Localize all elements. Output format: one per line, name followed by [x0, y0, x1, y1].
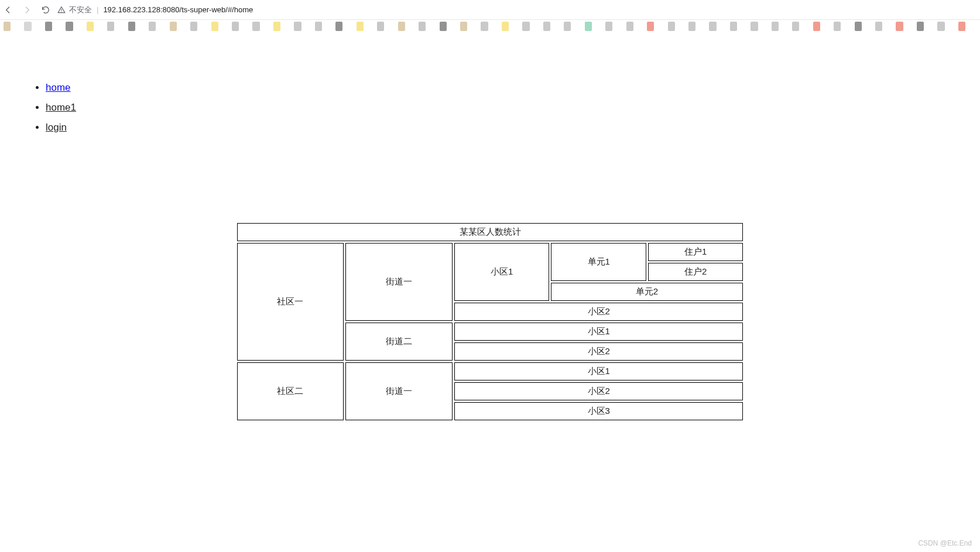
bookmark-tile[interactable]	[564, 22, 571, 31]
back-icon[interactable]	[4, 5, 13, 15]
nav-link-item: home1	[46, 102, 980, 114]
bookmark-tile[interactable]	[398, 22, 405, 31]
bookmark-tile[interactable]	[232, 22, 239, 31]
bookmark-tile[interactable]	[585, 22, 592, 31]
separator: |	[97, 5, 98, 14]
bookmark-tile[interactable]	[626, 22, 633, 31]
address-bar[interactable]: 不安全 | 192.168.223.128:8080/ts-super-web/…	[57, 5, 253, 15]
bookmark-tile[interactable]	[66, 22, 73, 31]
bookmark-tile[interactable]	[855, 22, 862, 31]
bookmark-tile[interactable]	[937, 22, 944, 31]
bookmark-tile[interactable]	[896, 22, 903, 31]
bookmark-tile[interactable]	[335, 22, 342, 31]
bookmark-tile[interactable]	[668, 22, 675, 31]
bookmark-tile[interactable]	[170, 22, 177, 31]
security-status: 不安全	[57, 5, 92, 15]
cell-community2: 社区二	[237, 362, 344, 420]
cell-unit1: 单元1	[551, 243, 647, 281]
bookmark-tile[interactable]	[709, 22, 716, 31]
bookmark-tile[interactable]	[751, 22, 758, 31]
reload-icon[interactable]	[41, 5, 50, 15]
bookmark-tile[interactable]	[377, 22, 384, 31]
bookmark-tile[interactable]	[419, 22, 426, 31]
bookmark-tile[interactable]	[772, 22, 779, 31]
table-title: 某某区人数统计	[237, 223, 743, 241]
bookmark-tile[interactable]	[87, 22, 94, 31]
cell-street1: 街道一	[345, 243, 453, 321]
bookmark-tile[interactable]	[730, 22, 737, 31]
stats-table: 某某区人数统计 社区一 街道一 小区1 单元1 住户1 住户2 单元2 小区2 …	[235, 221, 745, 422]
nav-icon-group	[4, 5, 50, 15]
bookmark-tile[interactable]	[107, 22, 114, 31]
nav-link[interactable]: home1	[46, 102, 76, 113]
svg-point-1	[61, 11, 61, 12]
bookmark-strip	[0, 20, 980, 33]
bookmark-tile[interactable]	[190, 22, 197, 31]
cell-street1b: 街道一	[345, 362, 453, 420]
cell-block2b: 小区2	[454, 342, 743, 361]
cell-community1: 社区一	[237, 243, 344, 361]
bookmark-tile[interactable]	[834, 22, 841, 31]
bookmark-tile[interactable]	[273, 22, 280, 31]
cell-unit2: 单元2	[551, 283, 743, 301]
bookmark-tile[interactable]	[357, 22, 364, 31]
warning-triangle-icon	[57, 6, 66, 14]
cell-household1: 住户1	[648, 243, 743, 261]
bookmark-tile[interactable]	[958, 22, 965, 31]
security-label: 不安全	[69, 5, 92, 15]
bookmark-tile[interactable]	[813, 22, 820, 31]
nav-link-list: homehome1login	[46, 82, 980, 133]
table-wrap: 某某区人数统计 社区一 街道一 小区1 单元1 住户1 住户2 单元2 小区2 …	[0, 221, 980, 422]
cell-block2: 小区2	[454, 303, 743, 321]
cell-block1: 小区1	[454, 243, 549, 301]
bookmark-tile[interactable]	[605, 22, 612, 31]
cell-block3c: 小区3	[454, 402, 743, 420]
cell-street2: 街道二	[345, 323, 453, 361]
bookmark-tile[interactable]	[543, 22, 550, 31]
bookmark-tile[interactable]	[481, 22, 488, 31]
browser-toolbar: 不安全 | 192.168.223.128:8080/ts-super-web/…	[0, 0, 980, 20]
bookmark-tile[interactable]	[502, 22, 509, 31]
cell-household2: 住户2	[648, 263, 743, 281]
bookmark-tile[interactable]	[252, 22, 259, 31]
bookmark-tile[interactable]	[460, 22, 467, 31]
bookmark-tile[interactable]	[315, 22, 322, 31]
cell-block2c: 小区2	[454, 382, 743, 400]
bookmark-tile[interactable]	[211, 22, 218, 31]
bookmark-tile[interactable]	[917, 22, 924, 31]
bookmark-tile[interactable]	[792, 22, 799, 31]
bookmark-tile[interactable]	[128, 22, 135, 31]
bookmark-tile[interactable]	[522, 22, 529, 31]
cell-block1b: 小区1	[454, 323, 743, 341]
nav-link[interactable]: home	[46, 82, 71, 93]
bookmark-tile[interactable]	[149, 22, 156, 31]
bookmark-tile[interactable]	[45, 22, 52, 31]
bookmark-tile[interactable]	[294, 22, 301, 31]
bookmark-tile[interactable]	[875, 22, 882, 31]
cell-block1c: 小区1	[454, 362, 743, 380]
bookmark-tile[interactable]	[688, 22, 695, 31]
forward-icon[interactable]	[22, 5, 32, 15]
bookmark-tile[interactable]	[647, 22, 654, 31]
nav-link-item: home	[46, 82, 980, 94]
bookmark-tile[interactable]	[24, 22, 31, 31]
bookmark-tile[interactable]	[4, 22, 11, 31]
bookmark-tile[interactable]	[440, 22, 447, 31]
url-text: 192.168.223.128:8080/ts-super-web/#/home	[103, 5, 253, 14]
nav-link[interactable]: login	[46, 122, 67, 133]
nav-link-item: login	[46, 122, 980, 133]
